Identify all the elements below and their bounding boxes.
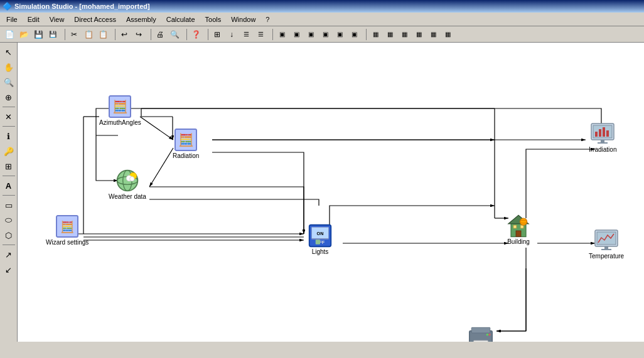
svg-rect-37 — [520, 225, 523, 228]
btn-connect[interactable]: ⊞ — [210, 28, 224, 41]
btn-t6[interactable]: ▣ — [347, 28, 361, 41]
tool-select[interactable]: ↖ — [2, 45, 16, 59]
component-weather[interactable]: Weather data — [109, 168, 146, 200]
btn-t10[interactable]: ▦ — [412, 28, 426, 41]
svg-text:🧮: 🧮 — [178, 132, 194, 147]
menu-edit[interactable]: Edit — [23, 14, 45, 24]
btn-cut[interactable]: ✂ — [67, 28, 81, 41]
window-title: Simulation Studio - [mohamed_imported] — [14, 3, 150, 10]
btn-save[interactable]: 💾 — [31, 28, 45, 41]
component-radiation[interactable]: 🧮 Radiation — [173, 127, 199, 159]
sep6 — [269, 29, 273, 40]
svg-rect-52 — [601, 249, 611, 250]
btn-t1[interactable]: ▣ — [275, 28, 289, 41]
btn-undo[interactable]: ↩ — [117, 28, 131, 41]
btn-copy[interactable]: 📋 — [82, 28, 95, 41]
menu-help[interactable]: ? — [260, 14, 274, 24]
tool-text[interactable]: A — [2, 179, 16, 192]
menu-file[interactable]: File — [1, 14, 23, 24]
tool-zoom[interactable]: 🔍 — [2, 75, 16, 89]
titlebar: 🔷 Simulation Studio - [mohamed_imported] — [0, 0, 644, 13]
irradiation-label: Irradiation — [589, 146, 616, 153]
btn-redo[interactable]: ↪ — [132, 28, 146, 41]
btn-zoom[interactable]: 🔍 — [168, 28, 181, 41]
svg-rect-44 — [599, 129, 601, 137]
type125-icon — [468, 325, 493, 342]
component-type125[interactable]: Type125 — [468, 325, 493, 342]
menu-assembly[interactable]: Assembly — [121, 14, 161, 24]
btn-down[interactable]: ↓ — [225, 28, 239, 41]
btn-t11[interactable]: ▦ — [426, 28, 440, 41]
btn-print[interactable]: 🖨 — [153, 28, 167, 41]
azimuth-icon: 🧮 — [107, 94, 132, 119]
component-azimuth[interactable]: 🧮 AzimuthAngles — [99, 94, 141, 126]
tool-close[interactable]: ✕ — [2, 110, 16, 124]
tool-info[interactable]: ℹ — [2, 129, 16, 143]
sep7 — [363, 29, 367, 40]
svg-point-59 — [488, 334, 490, 335]
component-building[interactable]: Building — [506, 213, 531, 245]
radiation-label: Radiation — [173, 152, 199, 159]
btn-comp1[interactable]: ☰ — [239, 28, 253, 41]
menu-window[interactable]: Window — [226, 14, 260, 24]
tool-rect[interactable]: ▭ — [2, 198, 16, 212]
btn-t9[interactable]: ▦ — [397, 28, 411, 41]
btn-t4[interactable]: ▣ — [318, 28, 332, 41]
radiation-icon: 🧮 — [173, 127, 198, 152]
tool-zoomin[interactable]: ⊕ — [2, 90, 16, 104]
tool-key[interactable]: 🔑 — [2, 144, 16, 158]
btn-t2[interactable]: ▣ — [289, 28, 303, 41]
menu-tools[interactable]: Tools — [200, 14, 227, 24]
component-irradiation[interactable]: Irradiation — [589, 121, 616, 153]
btn-open[interactable]: 📂 — [17, 28, 31, 41]
lt-sep1 — [3, 107, 15, 107]
menu-directaccess[interactable]: Direct Access — [69, 14, 121, 24]
svg-rect-45 — [603, 127, 605, 137]
sep5 — [205, 29, 208, 40]
btn-paste[interactable]: 📋 — [96, 28, 110, 41]
left-toolbar: ↖ ✋ 🔍 ⊕ ✕ ℹ 🔑 ⊞ A ▭ ⬭ ⬡ ↗ ↙ — [0, 43, 18, 342]
btn-new[interactable]: 📄 — [3, 28, 16, 41]
building-icon — [506, 213, 531, 238]
menu-view[interactable]: View — [45, 14, 70, 24]
svg-rect-51 — [604, 246, 608, 249]
btn-saveas[interactable]: 💾 — [46, 28, 60, 41]
component-temperature[interactable]: Temperature — [589, 228, 624, 260]
btn-t5[interactable]: ▣ — [333, 28, 346, 41]
svg-rect-48 — [598, 142, 608, 144]
component-lights[interactable]: ON OFF Lights — [308, 223, 333, 255]
svg-text:🧮: 🧮 — [60, 220, 75, 234]
menu-calculate[interactable]: Calculate — [161, 14, 200, 24]
btn-t12[interactable]: ▦ — [441, 28, 454, 41]
svg-rect-54 — [471, 327, 490, 333]
tool-poly[interactable]: ⬡ — [2, 228, 16, 242]
lt-sep3 — [3, 176, 15, 176]
canvas[interactable]: 🧮 AzimuthAngles 🧮 Radiation — [18, 43, 644, 342]
tool-arrow1[interactable]: ↗ — [2, 248, 16, 261]
svg-point-39 — [520, 218, 527, 225]
svg-rect-50 — [597, 232, 616, 245]
svg-rect-36 — [513, 225, 517, 228]
component-wizard[interactable]: 🧮 Wizard settings — [46, 214, 89, 246]
sep2 — [112, 29, 115, 40]
btn-help[interactable]: ❓ — [189, 28, 203, 41]
lights-label: Lights — [312, 248, 329, 255]
btn-t8[interactable]: ▦ — [383, 28, 397, 41]
tool-arrow2[interactable]: ↙ — [2, 263, 16, 276]
tool-ellipse[interactable]: ⬭ — [2, 213, 16, 227]
lt-sep4 — [3, 195, 15, 196]
svg-point-58 — [486, 334, 488, 335]
menubar: File Edit View Direct Access Assembly Ca… — [0, 13, 644, 26]
main-area: ↖ ✋ 🔍 ⊕ ✕ ℹ 🔑 ⊞ A ▭ ⬭ ⬡ ↗ ↙ — [0, 43, 644, 342]
tool-connect[interactable]: ⊞ — [2, 159, 16, 173]
title-icon: 🔷 — [3, 2, 12, 11]
btn-t3[interactable]: ▣ — [304, 28, 318, 41]
building-label: Building — [507, 238, 530, 245]
btn-comp2[interactable]: ☰ — [254, 28, 267, 41]
wizard-label: Wizard settings — [46, 239, 89, 246]
wizard-icon: 🧮 — [55, 214, 80, 239]
weather-label: Weather data — [109, 193, 146, 200]
temperature-icon — [594, 228, 619, 253]
btn-t7[interactable]: ▦ — [368, 28, 382, 41]
tool-pan[interactable]: ✋ — [2, 60, 16, 74]
